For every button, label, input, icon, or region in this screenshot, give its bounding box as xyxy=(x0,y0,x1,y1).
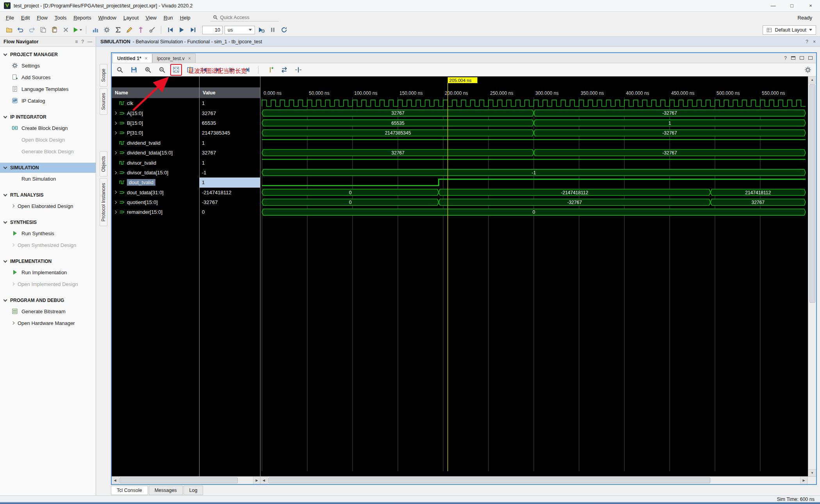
simulation-time-unit-select[interactable]: us xyxy=(225,26,255,34)
signal-value-clk[interactable]: 1 xyxy=(200,98,260,108)
flow-item-settings[interactable]: Settings xyxy=(0,60,96,71)
menu-file[interactable]: File xyxy=(2,13,18,23)
toggle-icon[interactable]: ≡ xyxy=(75,39,78,44)
panel-tab-objects[interactable]: Objects xyxy=(100,151,107,177)
expand-chevron-icon[interactable] xyxy=(113,191,117,193)
step-button[interactable] xyxy=(188,25,198,35)
flow-item-generate-block-design[interactable]: Generate Block Design xyxy=(0,146,96,157)
redo-button[interactable] xyxy=(27,25,37,35)
flow-item-run-simulation[interactable]: Run Simulation xyxy=(0,173,96,185)
scroll-right-icon[interactable]: ▶ xyxy=(800,477,807,484)
search-button[interactable] xyxy=(115,65,125,75)
restart-button[interactable] xyxy=(165,25,175,35)
signal-value-divisor-tdata-15-0[interactable]: -1 xyxy=(200,168,260,177)
wave-settings-button[interactable] xyxy=(803,65,813,75)
signal-value-p-31-0[interactable]: 2147385345 xyxy=(200,128,260,138)
sigma-button[interactable] xyxy=(113,25,123,35)
minimize-panel-icon[interactable] xyxy=(791,56,795,60)
hscroll-thumb[interactable] xyxy=(119,477,238,483)
signal-name-b-15-0[interactable]: B[15:0] xyxy=(112,118,199,128)
flow-item-generate-bitstream[interactable]: Generate Bitstream xyxy=(0,305,96,317)
name-column-header[interactable]: Name xyxy=(112,87,199,98)
signal-value-quotient-15-0[interactable]: -32767 xyxy=(200,197,260,207)
signal-name-divisor-tdata-15-0[interactable]: divisor_tdata[15:0] xyxy=(112,168,199,177)
pen-button[interactable] xyxy=(124,25,134,35)
menu-tools[interactable]: Tools xyxy=(51,13,70,23)
layout-selector[interactable]: Default Layout xyxy=(763,25,816,35)
delete-button[interactable] xyxy=(61,25,71,35)
flow-item-open-hardware-manager[interactable]: Open Hardware Manager xyxy=(0,317,96,329)
flow-item-open-elaborated-design[interactable]: Open Elaborated Design xyxy=(0,200,96,212)
signal-name-dividend-tdata-15-0[interactable]: dividend_tdata[15:0] xyxy=(112,148,199,158)
relaunch-button[interactable] xyxy=(279,25,289,35)
flow-item-add-sources[interactable]: Add Sources xyxy=(0,71,96,83)
flow-item-open-synthesized-design[interactable]: Open Synthesized Design xyxy=(0,239,96,251)
names-hscrollbar[interactable]: ◀ ▶ xyxy=(112,477,260,484)
zoom-in-button[interactable] xyxy=(143,65,153,75)
flow-item-open-implemented-design[interactable]: Open Implemented Design xyxy=(0,278,96,290)
signal-name-clk[interactable]: clk xyxy=(112,98,199,108)
snap-to-transition-button[interactable] xyxy=(293,65,303,75)
menu-reports[interactable]: Reports xyxy=(70,13,95,23)
run-for-button[interactable] xyxy=(256,25,266,35)
signal-value-divisor-tvalid[interactable]: 1 xyxy=(200,158,260,167)
signal-value-remainder-15-0[interactable]: 0 xyxy=(200,207,260,217)
copy-button[interactable] xyxy=(38,25,48,35)
expand-chevron-icon[interactable] xyxy=(113,172,117,174)
menu-help[interactable]: Help xyxy=(176,13,194,23)
paste-button[interactable] xyxy=(49,25,59,35)
hscroll-thumb[interactable] xyxy=(268,477,710,483)
flow-section-header-project-manager[interactable]: PROJECT MANAGER xyxy=(0,50,96,60)
flow-section-header-ip-integrator[interactable]: IP INTEGRATOR xyxy=(0,112,96,122)
panel-tab-protocol-instances[interactable]: Protocol Instances xyxy=(100,178,107,226)
signal-name-remainder-15-0[interactable]: remainder[15:0] xyxy=(112,207,199,217)
value-column-header[interactable]: Value xyxy=(200,87,260,98)
scroll-down-icon[interactable]: ▼ xyxy=(808,469,816,476)
editor-tab-untitled-1[interactable]: Untitled 1*× xyxy=(112,53,152,63)
zoom-fit-button[interactable] xyxy=(171,65,181,75)
signal-name-dout-tdata-31-0[interactable]: dout_tdata[31:0] xyxy=(112,188,199,197)
flow-item-open-block-design[interactable]: Open Block Design xyxy=(0,134,96,146)
menu-window[interactable]: Window xyxy=(95,13,120,23)
simulation-time-input[interactable] xyxy=(202,26,223,34)
panel-tab-sources[interactable]: Sources xyxy=(100,88,107,115)
expand-chevron-icon[interactable] xyxy=(113,152,117,154)
settings-button[interactable] xyxy=(102,25,112,35)
vertical-scroll-thumb[interactable] xyxy=(809,84,815,303)
menu-run[interactable]: Run xyxy=(160,13,176,23)
flow-item-create-block-design[interactable]: Create Block Design xyxy=(0,122,96,134)
maximize-panel-icon[interactable] xyxy=(808,56,813,60)
marker-button[interactable] xyxy=(135,25,146,35)
flow-section-header-implementation[interactable]: IMPLEMENTATION xyxy=(0,256,96,266)
signal-value-dout-tdata-31-0[interactable]: -2147418112 xyxy=(200,188,260,197)
tab-messages[interactable]: Messages xyxy=(149,486,183,495)
signal-value-dout-tvalid[interactable]: 1 xyxy=(200,177,260,187)
signal-value-dividend-tvalid[interactable]: 1 xyxy=(200,138,260,148)
close-icon[interactable]: × xyxy=(813,39,816,44)
close-tab-icon[interactable]: × xyxy=(188,56,191,61)
float-panel-icon[interactable] xyxy=(800,56,804,60)
signal-value-dividend-tdata-15-0[interactable]: 32767 xyxy=(200,148,260,158)
flow-section-header-synthesis[interactable]: SYNTHESIS xyxy=(0,217,96,227)
signal-name-divisor-tvalid[interactable]: divisor_tvalid xyxy=(112,158,199,167)
swap-cursor-button[interactable] xyxy=(279,65,289,75)
expand-chevron-icon[interactable] xyxy=(113,132,117,134)
tab-tcl-console[interactable]: Tcl Console xyxy=(111,486,148,495)
flow-item-run-synthesis[interactable]: Run Synthesis xyxy=(0,227,96,239)
menu-edit[interactable]: Edit xyxy=(18,13,33,23)
flow-section-header-rtl-analysis[interactable]: RTL ANALYSIS xyxy=(0,190,96,200)
scroll-right-icon[interactable]: ▶ xyxy=(253,477,260,484)
run-all-button[interactable] xyxy=(176,25,187,35)
flow-section-header-simulation[interactable]: SIMULATION xyxy=(0,163,96,173)
signal-name-dout-tvalid[interactable]: dout_tvalid xyxy=(112,177,199,187)
scroll-left-icon[interactable]: ◀ xyxy=(260,477,267,484)
maximize-button[interactable]: □ xyxy=(783,0,801,11)
scroll-up-icon[interactable]: ▲ xyxy=(808,76,816,83)
expand-chevron-icon[interactable] xyxy=(113,112,117,114)
editor-tab-ipcore-test-v[interactable]: ipcore_test.v× xyxy=(152,53,196,63)
signal-name-p-31-0[interactable]: P[31:0] xyxy=(112,128,199,138)
signal-value-b-15-0[interactable]: 65535 xyxy=(200,118,260,128)
help-icon[interactable]: ? xyxy=(806,39,808,44)
expand-chevron-icon[interactable] xyxy=(113,122,117,124)
waveform-plot-area[interactable]: 0.000 ns50.000 ns100.000 ns150.000 ns200… xyxy=(260,76,808,476)
